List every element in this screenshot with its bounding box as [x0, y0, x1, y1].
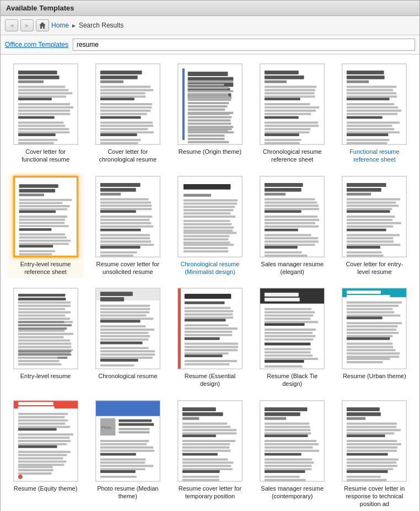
svg-rect-98 — [347, 86, 396, 88]
svg-rect-346 — [18, 440, 70, 442]
svg-rect-91 — [265, 133, 299, 136]
template-item[interactable]: Cover letter for functional resume — [7, 61, 84, 166]
svg-rect-430 — [347, 447, 397, 449]
svg-rect-164 — [184, 212, 231, 214]
back-button[interactable]: ◄ — [5, 19, 18, 31]
svg-rect-199 — [347, 183, 386, 187]
template-thumbnail — [95, 176, 160, 257]
svg-rect-14 — [18, 116, 54, 119]
svg-rect-340 — [18, 419, 67, 421]
template-item[interactable]: Sales manager resume (elegant) — [254, 174, 331, 278]
svg-rect-424 — [347, 426, 396, 428]
template-item[interactable]: Cover letter for chronological resume — [89, 61, 166, 166]
svg-rect-352 — [18, 460, 66, 462]
svg-rect-435 — [347, 465, 397, 467]
svg-rect-300 — [265, 329, 316, 331]
template-item[interactable]: Resume cover letter for unsolicited resu… — [89, 174, 166, 278]
svg-rect-250 — [100, 297, 124, 302]
nav-bar: ◄ ► Home ► Search Results — [1, 16, 419, 35]
forward-button[interactable]: ► — [20, 19, 34, 31]
svg-rect-399 — [265, 407, 308, 411]
svg-rect-19 — [18, 133, 55, 136]
svg-rect-400 — [265, 412, 300, 416]
svg-rect-234 — [18, 333, 73, 335]
template-label: Resume (Equity theme) — [14, 485, 78, 492]
svg-rect-114 — [347, 142, 387, 144]
template-item[interactable]: Resume (Essential design) — [171, 286, 248, 390]
search-source-label[interactable]: Office.com Templates — [5, 41, 68, 49]
svg-rect-425 — [347, 429, 401, 431]
svg-rect-439 — [347, 479, 387, 481]
svg-rect-57 — [188, 99, 231, 101]
svg-rect-142 — [100, 205, 152, 207]
svg-rect-276 — [185, 317, 233, 319]
svg-rect-376 — [100, 476, 137, 478]
breadcrumb-home[interactable]: Home — [51, 21, 69, 29]
template-label: Resume cover letter in response to techn… — [341, 485, 407, 508]
svg-rect-80 — [265, 95, 315, 98]
template-label: Sales manager resume (elegant) — [259, 260, 325, 276]
svg-rect-287 — [185, 354, 223, 357]
template-item[interactable]: Entry-level resume reference sheet — [7, 174, 84, 278]
svg-rect-105 — [347, 110, 401, 112]
svg-rect-309 — [265, 360, 304, 363]
svg-rect-260 — [100, 335, 150, 337]
svg-rect-160 — [184, 199, 238, 201]
template-item[interactable]: Entry-level resume — [7, 286, 84, 390]
template-label: Functional resume reference sheet — [341, 148, 407, 164]
svg-rect-317 — [347, 308, 393, 310]
svg-rect-108 — [347, 121, 400, 123]
svg-rect-305 — [265, 348, 311, 351]
svg-rect-139 — [100, 192, 121, 195]
home-button[interactable] — [36, 19, 49, 31]
svg-rect-124 — [19, 216, 67, 218]
svg-rect-255 — [100, 318, 153, 320]
search-input[interactable] — [73, 39, 415, 51]
svg-rect-275 — [185, 314, 233, 316]
template-item[interactable]: Resume (Urban theme) — [336, 286, 413, 390]
svg-rect-338 — [18, 413, 67, 415]
svg-rect-284 — [185, 346, 238, 348]
template-item[interactable]: Resume cover letter in response to techn… — [336, 398, 413, 510]
template-label: Resume (Origin theme) — [179, 148, 241, 155]
svg-rect-154 — [100, 246, 141, 249]
svg-rect-407 — [265, 440, 316, 442]
template-item[interactable]: Resume cover letter for temporary positi… — [171, 398, 248, 510]
template-item[interactable]: Functional resume reference sheet — [336, 61, 413, 166]
template-item[interactable]: Resume (Black Tie design) — [254, 286, 331, 390]
template-item[interactable]: Chronological resume (Minimalist design) — [171, 174, 248, 278]
template-item[interactable]: Cover letter for entry-level resume — [336, 174, 413, 278]
svg-rect-208 — [347, 219, 393, 221]
template-item[interactable]: Chronological resume — [89, 286, 166, 390]
svg-rect-323 — [347, 329, 396, 331]
template-thumbnail: Photo — [95, 400, 160, 482]
svg-rect-83 — [265, 106, 319, 109]
svg-rect-422 — [347, 417, 365, 420]
svg-rect-283 — [185, 343, 238, 345]
svg-rect-224 — [18, 308, 65, 310]
svg-rect-102 — [347, 98, 390, 100]
svg-rect-33 — [100, 110, 150, 112]
svg-rect-11 — [18, 106, 73, 109]
svg-rect-137 — [100, 183, 141, 187]
svg-rect-113 — [347, 139, 390, 141]
svg-rect-367 — [100, 443, 147, 445]
template-item[interactable]: Resume (Equity theme) — [7, 398, 84, 510]
template-label: Chronological resume (Minimalist design) — [177, 260, 243, 276]
svg-rect-204 — [347, 205, 399, 207]
svg-rect-134 — [19, 250, 55, 252]
template-item[interactable]: Chronological resume reference sheet — [254, 61, 331, 166]
svg-rect-97 — [347, 80, 369, 83]
dialog-title: Available Templates — [6, 4, 74, 12]
svg-rect-213 — [347, 237, 394, 239]
svg-rect-351 — [18, 457, 63, 459]
svg-rect-280 — [185, 331, 233, 333]
template-item[interactable]: Resume (Origin theme) — [171, 61, 248, 166]
template-item[interactable]: PhotoPhoto resume (Median theme) — [89, 398, 166, 510]
template-item[interactable]: Sales manager resume (contemporary) — [254, 398, 331, 510]
svg-point-357 — [18, 475, 22, 479]
svg-rect-347 — [18, 443, 66, 445]
svg-marker-0 — [39, 22, 46, 29]
svg-rect-112 — [347, 133, 389, 136]
svg-rect-365 — [119, 431, 149, 433]
